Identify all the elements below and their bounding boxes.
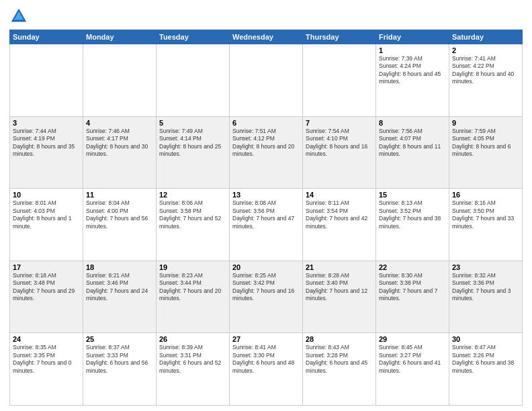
day-info: Sunrise: 8:13 AM Sunset: 3:52 PM Dayligh… <box>379 199 446 230</box>
day-info: Sunrise: 8:28 AM Sunset: 3:40 PM Dayligh… <box>306 272 373 303</box>
calendar-cell: 20Sunrise: 8:25 AM Sunset: 3:42 PM Dayli… <box>230 261 303 333</box>
day-info: Sunrise: 8:47 AM Sunset: 3:26 PM Dayligh… <box>452 344 519 375</box>
day-info: Sunrise: 7:44 AM Sunset: 4:19 PM Dayligh… <box>13 128 80 158</box>
day-number: 8 <box>379 119 446 127</box>
day-number: 26 <box>159 335 226 343</box>
day-info: Sunrise: 8:01 AM Sunset: 4:03 PM Dayligh… <box>13 199 80 230</box>
calendar-cell: 29Sunrise: 8:45 AM Sunset: 3:27 PM Dayli… <box>376 333 449 406</box>
calendar-cell <box>303 44 376 117</box>
day-number: 7 <box>306 119 373 127</box>
day-info: Sunrise: 8:18 AM Sunset: 3:48 PM Dayligh… <box>13 272 80 303</box>
calendar-cell: 10Sunrise: 8:01 AM Sunset: 4:03 PM Dayli… <box>10 189 83 261</box>
week-row: 24Sunrise: 8:35 AM Sunset: 3:35 PM Dayli… <box>10 333 523 406</box>
day-number: 9 <box>452 119 519 127</box>
calendar-cell: 25Sunrise: 8:37 AM Sunset: 3:33 PM Dayli… <box>83 333 157 406</box>
top-section <box>9 7 523 26</box>
day-number: 2 <box>452 46 519 54</box>
logo <box>9 7 31 26</box>
calendar-cell: 1Sunrise: 7:39 AM Sunset: 4:24 PM Daylig… <box>376 44 449 117</box>
day-info: Sunrise: 7:51 AM Sunset: 4:12 PM Dayligh… <box>232 128 300 158</box>
day-info: Sunrise: 8:25 AM Sunset: 3:42 PM Dayligh… <box>232 272 300 303</box>
calendar-cell: 8Sunrise: 7:56 AM Sunset: 4:07 PM Daylig… <box>376 116 449 189</box>
week-row: 17Sunrise: 8:18 AM Sunset: 3:48 PM Dayli… <box>10 261 523 333</box>
calendar-cell: 21Sunrise: 8:28 AM Sunset: 3:40 PM Dayli… <box>303 261 376 333</box>
calendar-cell: 12Sunrise: 8:06 AM Sunset: 3:58 PM Dayli… <box>157 189 230 261</box>
day-info: Sunrise: 8:16 AM Sunset: 3:50 PM Dayligh… <box>452 199 519 230</box>
day-number: 27 <box>232 335 300 343</box>
day-info: Sunrise: 7:54 AM Sunset: 4:10 PM Dayligh… <box>306 128 373 158</box>
calendar-cell: 2Sunrise: 7:41 AM Sunset: 4:22 PM Daylig… <box>449 44 523 117</box>
calendar-cell <box>230 44 303 117</box>
day-info: Sunrise: 8:11 AM Sunset: 3:54 PM Dayligh… <box>306 199 373 230</box>
calendar-cell: 11Sunrise: 8:04 AM Sunset: 4:00 PM Dayli… <box>83 189 157 261</box>
calendar-cell <box>157 44 230 117</box>
day-number: 28 <box>306 335 373 343</box>
calendar-cell: 9Sunrise: 7:59 AM Sunset: 4:05 PM Daylig… <box>449 116 523 189</box>
day-info: Sunrise: 8:06 AM Sunset: 3:58 PM Dayligh… <box>159 199 226 230</box>
day-number: 29 <box>379 335 446 343</box>
weekday-header: Tuesday <box>157 30 230 44</box>
day-number: 12 <box>159 191 226 199</box>
day-number: 6 <box>232 119 300 127</box>
day-info: Sunrise: 7:46 AM Sunset: 4:17 PM Dayligh… <box>86 128 153 158</box>
calendar-cell <box>83 44 157 117</box>
calendar-cell: 6Sunrise: 7:51 AM Sunset: 4:12 PM Daylig… <box>230 116 303 189</box>
day-number: 19 <box>159 263 226 271</box>
day-info: Sunrise: 8:23 AM Sunset: 3:44 PM Dayligh… <box>159 272 226 303</box>
calendar-cell: 13Sunrise: 8:08 AM Sunset: 3:56 PM Dayli… <box>230 189 303 261</box>
week-row: 3Sunrise: 7:44 AM Sunset: 4:19 PM Daylig… <box>10 116 523 189</box>
page: SundayMondayTuesdayWednesdayThursdayFrid… <box>0 0 532 411</box>
weekday-header: Thursday <box>303 30 376 44</box>
day-number: 18 <box>86 263 153 271</box>
calendar-cell: 23Sunrise: 8:32 AM Sunset: 3:36 PM Dayli… <box>449 261 523 333</box>
day-number: 24 <box>13 335 80 343</box>
calendar-cell: 4Sunrise: 7:46 AM Sunset: 4:17 PM Daylig… <box>83 116 157 189</box>
day-number: 15 <box>379 191 446 199</box>
day-number: 11 <box>86 191 153 199</box>
day-number: 23 <box>452 263 519 271</box>
calendar-cell: 27Sunrise: 8:41 AM Sunset: 3:30 PM Dayli… <box>230 333 303 406</box>
calendar-cell: 19Sunrise: 8:23 AM Sunset: 3:44 PM Dayli… <box>157 261 230 333</box>
week-row: 1Sunrise: 7:39 AM Sunset: 4:24 PM Daylig… <box>10 44 523 117</box>
day-number: 4 <box>86 119 153 127</box>
day-info: Sunrise: 8:37 AM Sunset: 3:33 PM Dayligh… <box>86 344 153 375</box>
calendar-cell: 28Sunrise: 8:43 AM Sunset: 3:28 PM Dayli… <box>303 333 376 406</box>
day-info: Sunrise: 8:35 AM Sunset: 3:35 PM Dayligh… <box>13 344 80 375</box>
calendar-cell: 15Sunrise: 8:13 AM Sunset: 3:52 PM Dayli… <box>376 189 449 261</box>
calendar-cell: 30Sunrise: 8:47 AM Sunset: 3:26 PM Dayli… <box>449 333 523 406</box>
calendar-cell: 5Sunrise: 7:49 AM Sunset: 4:14 PM Daylig… <box>157 116 230 189</box>
weekday-header: Friday <box>376 30 449 44</box>
day-number: 21 <box>306 263 373 271</box>
day-number: 10 <box>13 191 80 199</box>
day-info: Sunrise: 8:39 AM Sunset: 3:31 PM Dayligh… <box>159 344 226 375</box>
day-info: Sunrise: 8:43 AM Sunset: 3:28 PM Dayligh… <box>306 344 373 375</box>
day-info: Sunrise: 7:39 AM Sunset: 4:24 PM Dayligh… <box>379 55 446 86</box>
calendar-cell: 16Sunrise: 8:16 AM Sunset: 3:50 PM Dayli… <box>449 189 523 261</box>
calendar-cell <box>10 44 83 117</box>
day-info: Sunrise: 8:32 AM Sunset: 3:36 PM Dayligh… <box>452 272 519 303</box>
calendar-cell: 24Sunrise: 8:35 AM Sunset: 3:35 PM Dayli… <box>10 333 83 406</box>
calendar-cell: 18Sunrise: 8:21 AM Sunset: 3:46 PM Dayli… <box>83 261 157 333</box>
calendar-cell: 7Sunrise: 7:54 AM Sunset: 4:10 PM Daylig… <box>303 116 376 189</box>
day-number: 1 <box>379 46 446 54</box>
day-number: 17 <box>13 263 80 271</box>
day-number: 20 <box>232 263 300 271</box>
week-row: 10Sunrise: 8:01 AM Sunset: 4:03 PM Dayli… <box>10 189 523 261</box>
day-info: Sunrise: 7:49 AM Sunset: 4:14 PM Dayligh… <box>159 128 226 158</box>
day-number: 13 <box>232 191 300 199</box>
calendar: SundayMondayTuesdayWednesdayThursdayFrid… <box>9 30 523 406</box>
day-number: 30 <box>452 335 519 343</box>
weekday-header: Monday <box>83 30 157 44</box>
day-info: Sunrise: 8:30 AM Sunset: 3:38 PM Dayligh… <box>379 272 446 303</box>
day-info: Sunrise: 7:59 AM Sunset: 4:05 PM Dayligh… <box>452 128 519 158</box>
calendar-cell: 26Sunrise: 8:39 AM Sunset: 3:31 PM Dayli… <box>157 333 230 406</box>
day-info: Sunrise: 8:45 AM Sunset: 3:27 PM Dayligh… <box>379 344 446 375</box>
day-number: 3 <box>13 119 80 127</box>
day-info: Sunrise: 8:41 AM Sunset: 3:30 PM Dayligh… <box>232 344 300 375</box>
day-info: Sunrise: 8:08 AM Sunset: 3:56 PM Dayligh… <box>232 199 300 230</box>
weekday-header: Wednesday <box>230 30 303 44</box>
day-number: 16 <box>452 191 519 199</box>
logo-icon <box>9 7 28 26</box>
day-info: Sunrise: 8:04 AM Sunset: 4:00 PM Dayligh… <box>86 199 153 230</box>
day-number: 5 <box>159 119 226 127</box>
